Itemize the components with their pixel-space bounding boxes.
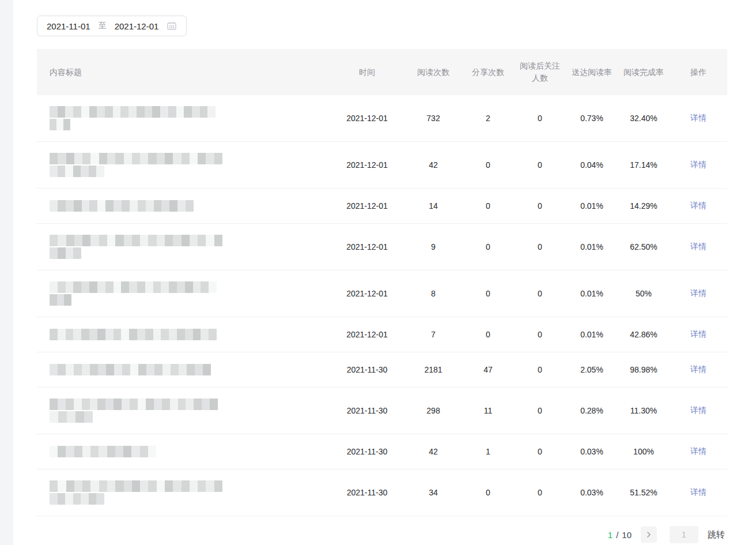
page-jump-label[interactable]: 跳转 [708, 529, 725, 540]
read-completion-rate: 100% [618, 447, 670, 456]
follows-after-read: 0 [514, 488, 566, 497]
follows-after-read: 0 [514, 242, 566, 251]
read-completion-rate: 51.52% [618, 488, 670, 497]
content-stats-table: 内容标题时间阅读次数分享次数阅读后关注人数送达阅读率阅读完成率操作 2021-1… [37, 49, 727, 545]
publish-date: 2021-11-30 [330, 488, 405, 497]
publish-date: 2021-12-01 [330, 201, 405, 211]
detail-link[interactable]: 详情 [690, 487, 706, 497]
detail-link[interactable]: 详情 [690, 288, 706, 298]
content-title-redacted [37, 280, 330, 307]
action-cell: 详情 [670, 160, 727, 170]
detail-link[interactable]: 详情 [690, 364, 706, 374]
read-completion-rate: 50% [618, 289, 670, 298]
delivery-read-rate: 0.01% [566, 242, 618, 251]
read-count: 42 [405, 160, 462, 170]
share-count: 0 [462, 201, 514, 211]
detail-link[interactable]: 详情 [690, 446, 706, 456]
detail-link[interactable]: 详情 [690, 405, 706, 415]
table-row: 2021-12-01732200.73%32.40%详情 [37, 95, 727, 142]
read-count: 9 [405, 242, 462, 251]
content-title-redacted [37, 152, 330, 178]
total-pages: 10 [622, 530, 632, 540]
table-row: 2021-12-019000.01%62.50%详情 [37, 224, 727, 270]
share-count: 0 [462, 242, 514, 251]
date-range-picker[interactable]: 2021-11-01 至 2021-12-01 [37, 16, 187, 36]
publish-date: 2021-11-30 [330, 365, 405, 374]
delivery-read-rate: 0.28% [566, 406, 618, 415]
follows-after-read: 0 [514, 160, 566, 170]
content-title-redacted [37, 479, 330, 506]
end-date-value[interactable]: 2021-12-01 [115, 21, 159, 31]
read-count: 14 [405, 201, 462, 211]
action-cell: 详情 [670, 242, 727, 252]
follows-after-read: 0 [514, 365, 566, 374]
next-page-button[interactable] [641, 527, 657, 543]
publish-date: 2021-11-30 [330, 447, 405, 456]
column-header-3: 分享次数 [462, 66, 514, 78]
table-header-row: 内容标题时间阅读次数分享次数阅读后关注人数送达阅读率阅读完成率操作 [37, 49, 727, 95]
content-title-redacted [37, 328, 330, 341]
page-separator: / [616, 530, 618, 540]
detail-link[interactable]: 详情 [690, 329, 706, 339]
action-cell: 详情 [670, 329, 727, 340]
share-count: 11 [462, 406, 514, 415]
read-completion-rate: 62.50% [618, 242, 670, 251]
detail-link[interactable]: 详情 [690, 242, 706, 251]
action-cell: 详情 [670, 364, 727, 375]
table-row: 2021-12-017000.01%42.86%详情 [37, 317, 727, 352]
share-count: 0 [462, 289, 514, 298]
detail-link[interactable]: 详情 [690, 160, 706, 169]
follows-after-read: 0 [514, 114, 566, 123]
read-completion-rate: 42.86% [618, 330, 670, 339]
read-count: 42 [405, 447, 462, 456]
delivery-read-rate: 2.05% [566, 365, 618, 374]
delivery-read-rate: 0.04% [566, 160, 618, 170]
action-cell: 详情 [670, 446, 727, 457]
publish-date: 2021-12-01 [330, 289, 405, 298]
detail-link[interactable]: 详情 [690, 113, 706, 122]
content-title-redacted [37, 363, 330, 377]
content-title-redacted [37, 234, 330, 260]
read-count: 732 [405, 114, 462, 123]
action-cell: 详情 [670, 113, 727, 123]
table-row: 2021-11-3021814702.05%98.98%详情 [37, 352, 727, 388]
column-header-0: 内容标题 [37, 66, 330, 78]
read-completion-rate: 98.98% [618, 365, 670, 374]
start-date-value[interactable]: 2021-11-01 [47, 21, 90, 31]
content-area: 2021-11-01 至 2021-12-01 内容标题时间阅读次数分 [37, 0, 727, 545]
table-row: 2021-11-3042100.03%100%详情 [37, 434, 727, 469]
share-count: 47 [462, 365, 514, 374]
publish-date: 2021-11-30 [330, 406, 405, 415]
share-count: 2 [462, 114, 514, 123]
delivery-read-rate: 0.03% [566, 447, 618, 456]
follows-after-read: 0 [514, 289, 566, 298]
chevron-right-icon [646, 532, 652, 538]
read-count: 298 [405, 406, 462, 415]
action-cell: 详情 [670, 201, 727, 211]
table-row: 2021-12-018000.01%50%详情 [37, 270, 727, 317]
table-row: 2021-11-3034000.03%51.52%详情 [37, 469, 727, 516]
read-count: 7 [405, 330, 462, 339]
content-title-redacted [37, 105, 330, 131]
page: 2021-11-01 至 2021-12-01 内容标题时间阅读次数分 [0, 0, 756, 545]
read-completion-rate: 17.14% [618, 160, 670, 170]
delivery-read-rate: 0.01% [566, 201, 618, 211]
read-count: 2181 [405, 365, 462, 374]
column-header-5: 送达阅读率 [566, 66, 618, 78]
publish-date: 2021-12-01 [330, 330, 405, 339]
read-count: 34 [405, 488, 462, 497]
detail-link[interactable]: 详情 [690, 201, 706, 210]
column-header-1: 时间 [330, 66, 405, 78]
page-jump-input[interactable] [670, 526, 698, 543]
page-left-margin [0, 0, 13, 545]
delivery-read-rate: 0.01% [566, 289, 618, 298]
delivery-read-rate: 0.73% [566, 114, 618, 123]
share-count: 1 [462, 447, 514, 456]
table-body: 2021-12-01732200.73%32.40%详情2021-12-0142… [37, 95, 727, 516]
column-header-4: 阅读后关注人数 [514, 60, 566, 84]
pagination-bar: 1 / 10 跳转 [37, 516, 727, 545]
share-count: 0 [462, 160, 514, 170]
calendar-icon[interactable] [167, 21, 177, 31]
read-completion-rate: 14.29% [618, 201, 670, 211]
column-header-6: 阅读完成率 [618, 66, 670, 78]
